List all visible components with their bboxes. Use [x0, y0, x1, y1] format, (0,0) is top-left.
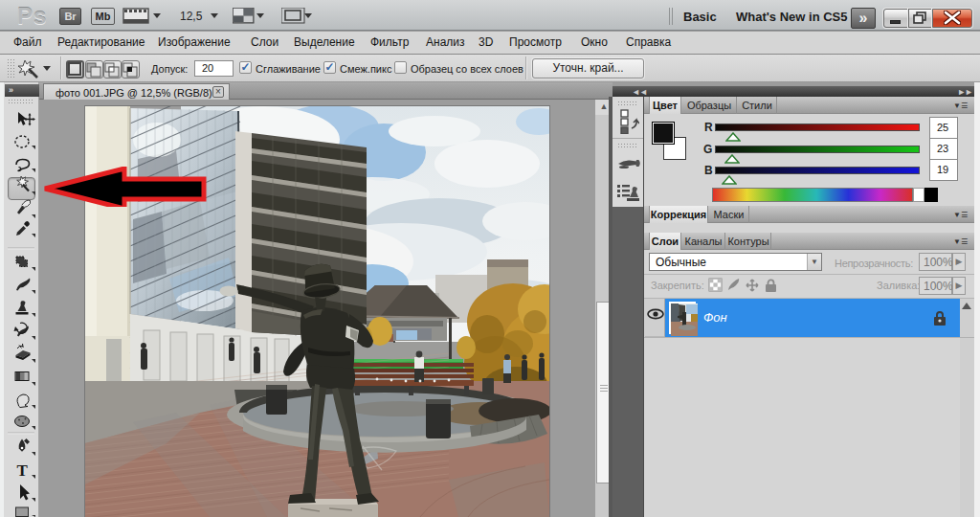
svg-text:T: T [17, 461, 29, 480]
